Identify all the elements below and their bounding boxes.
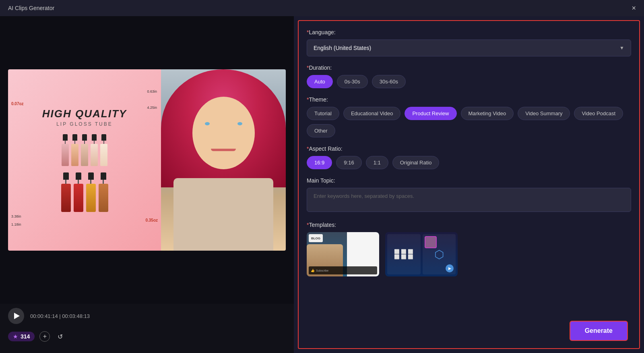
duration-section: *Duration: Auto 0s-30s 30s-60s (307, 64, 631, 88)
aspect-ratio-original-button[interactable]: Original Ratio (392, 156, 440, 169)
duration-options: Auto 0s-30s 30s-60s (307, 75, 631, 88)
generate-button[interactable]: Generate (570, 321, 628, 341)
right-panel: *Language: English (United States) ▼ *Du… (298, 20, 640, 349)
credits-badge: ★ 314 (8, 332, 35, 341)
hexagon-icon: ⬡ (434, 248, 444, 261)
video-person-panel (161, 69, 286, 251)
star-icon: ★ (13, 333, 18, 340)
duration-0-30-button[interactable]: 0s-30s (337, 75, 368, 88)
template-1[interactable]: BLOG 👍 Subscribe (307, 232, 379, 276)
credits-count: 314 (21, 333, 30, 340)
theme-video-podcast-button[interactable]: Video Podcast (574, 107, 623, 120)
play-button[interactable] (8, 308, 24, 324)
theme-video-summary-button[interactable]: Video Summary (518, 107, 570, 120)
aspect-ratio-1-1-button[interactable]: 1:1 (366, 156, 388, 169)
play-icon (14, 313, 20, 319)
theme-marketing-video-button[interactable]: Marketing Video (461, 107, 514, 120)
measurement-mid-left: 1.18in (11, 222, 21, 226)
product-subtitle: LIP GLOSS TUBE (42, 121, 127, 127)
template-1-logo: BLOG (309, 234, 323, 242)
video-thumbnail: HIGH QUALITY LIP GLOSS TUBE (8, 69, 286, 251)
templates-label: *Templates: (307, 222, 631, 228)
theme-tutorial-button[interactable]: Tutorial (307, 107, 339, 120)
aspect-ratio-16-9-button[interactable]: 16:9 (307, 156, 332, 169)
product-title: HIGH QUALITY (42, 108, 127, 120)
app-title: AI Clips Generator (8, 5, 54, 11)
add-credits-button[interactable]: + (39, 331, 50, 342)
template-2-face (425, 236, 437, 248)
theme-product-review-button[interactable]: Product Review (405, 107, 456, 120)
measurement-left-top: 0.07oz (11, 102, 24, 106)
left-panel: HIGH QUALITY LIP GLOSS TUBE (0, 16, 294, 353)
time-display: 00:00:41:14 | 00:03:48:13 (30, 313, 90, 319)
bottom-bar: ★ 314 + ↺ (0, 328, 294, 345)
language-label: *Language: (307, 29, 631, 35)
main-layout: HIGH QUALITY LIP GLOSS TUBE (0, 16, 644, 353)
aspect-ratio-section: *Aspect Ratio: 16:9 9:16 1:1 Original Ra… (307, 145, 631, 169)
template-2-inner: ⬜ ⬜ ⬜⬜ ⬜ ⬜ ⬡ ▶ (387, 234, 456, 274)
main-topic-label: Main Topic: (307, 177, 631, 184)
like-icon: 👍 (311, 269, 315, 272)
video-area: HIGH QUALITY LIP GLOSS TUBE (0, 16, 294, 304)
template-1-bar: 👍 Subscribe (309, 266, 377, 274)
measurement-bottom-left: 3.38in (11, 214, 21, 218)
refresh-button[interactable]: ↺ (55, 331, 65, 342)
measurement-right-mid: 4.25in (147, 106, 157, 110)
aspect-ratio-options: 16:9 9:16 1:1 Original Ratio (307, 156, 631, 169)
main-topic-input[interactable] (307, 188, 631, 212)
duration-auto-button[interactable]: Auto (307, 75, 333, 88)
aspect-ratio-9-16-button[interactable]: 9:16 (336, 156, 361, 169)
title-bar: AI Clips Generator × (0, 0, 644, 16)
theme-label: *Theme: (307, 96, 631, 103)
duration-label: *Duration: (307, 64, 631, 71)
theme-options: Tutorial Educational Video Product Revie… (307, 107, 631, 137)
video-controls: 00:00:41:14 | 00:03:48:13 (0, 304, 294, 328)
template-2-right: ⬡ ▶ (423, 234, 456, 274)
template-2-left: ⬜ ⬜ ⬜⬜ ⬜ ⬜ (387, 234, 421, 274)
language-section: *Language: English (United States) ▼ (307, 29, 631, 56)
video-product-panel: HIGH QUALITY LIP GLOSS TUBE (8, 69, 161, 251)
template-2-badge: ▶ (446, 264, 454, 272)
templates-section: *Templates: BLOG 👍 Subscribe (307, 222, 631, 276)
language-value: English (United States) (314, 45, 371, 51)
measurement-right-top: 0.63in (147, 89, 157, 93)
person-silhouette (161, 69, 286, 251)
templates-row: BLOG 👍 Subscribe ⬜ ⬜ ⬜⬜ ⬜ ⬜ (307, 232, 631, 276)
theme-educational-video-button[interactable]: Educational Video (343, 107, 401, 120)
aspect-ratio-label: *Aspect Ratio: (307, 145, 631, 152)
close-button[interactable]: × (632, 4, 636, 12)
duration-30-60-button[interactable]: 30s-60s (372, 75, 406, 88)
main-topic-section: Main Topic: (307, 177, 631, 214)
person-body (173, 178, 273, 251)
chevron-down-icon: ▼ (619, 45, 624, 51)
theme-section: *Theme: Tutorial Educational Video Produ… (307, 96, 631, 137)
language-dropdown[interactable]: English (United States) ▼ (307, 39, 631, 56)
theme-other-button[interactable]: Other (307, 124, 335, 137)
person-face (192, 97, 255, 169)
template-2[interactable]: ⬜ ⬜ ⬜⬜ ⬜ ⬜ ⬡ ▶ (385, 232, 458, 276)
measurement-bottom-right: 0.35oz (145, 218, 158, 222)
